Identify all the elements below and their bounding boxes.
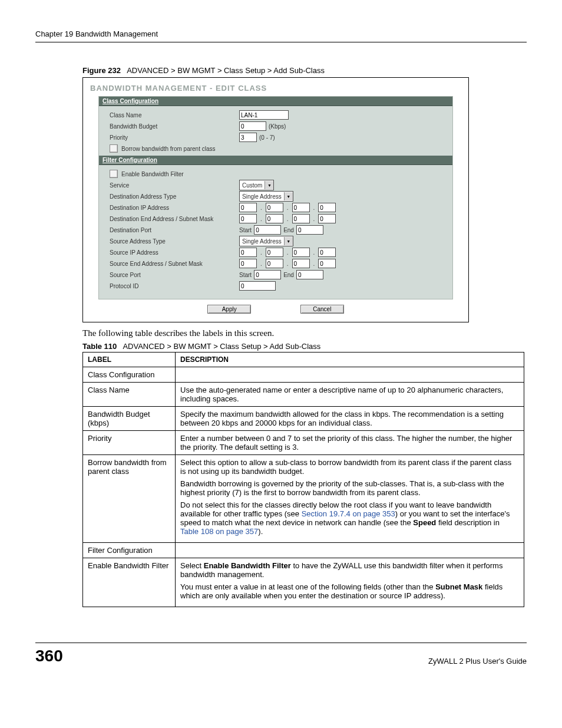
section-class-config: Class Configuration <box>99 97 452 106</box>
src-port-start-input[interactable] <box>254 270 281 279</box>
dest-end-input[interactable] <box>266 214 283 223</box>
port-start-label: Start <box>239 227 252 233</box>
class-name-label: Class Name <box>110 112 239 118</box>
dest-ip-input[interactable] <box>266 203 283 212</box>
port-end-label: End <box>283 227 294 233</box>
bw-budget-unit: (Kbps) <box>269 123 286 130</box>
src-ip-label: Source IP Address <box>110 249 239 256</box>
dest-addr-type-label: Destination Address Type <box>110 193 239 200</box>
chevron-down-icon: ▼ <box>265 181 273 189</box>
chevron-down-icon: ▼ <box>284 237 293 245</box>
table-row: Priority Enter a number between 0 and 7 … <box>83 431 524 455</box>
cancel-button[interactable]: Cancel <box>300 305 344 314</box>
priority-range: (0 - 7) <box>259 134 275 141</box>
dest-end-input[interactable] <box>292 214 310 223</box>
table-row: Bandwidth Budget (kbps) Specify the maxi… <box>83 407 524 431</box>
section-filter-config: Filter Configuration <box>99 156 452 165</box>
dest-port-end-input[interactable] <box>296 225 323 235</box>
table-caption: Table 110 ADVANCED > BW MGMT > Class Set… <box>82 342 527 351</box>
service-label: Service <box>110 182 239 189</box>
src-port-end-input[interactable] <box>296 270 323 279</box>
table-row: Borrow bandwidth from parent class Selec… <box>83 455 524 543</box>
borrow-label: Borrow bandwidth from parent class <box>121 146 216 152</box>
apply-button[interactable]: Apply <box>207 305 251 314</box>
table-row: Enable Bandwidth Filter Select Enable Ba… <box>83 558 524 607</box>
table-caption-text: ADVANCED > BW MGMT > Class Setup > Add S… <box>123 342 320 351</box>
figure-caption-text: ADVANCED > BW MGMT > Class Setup > Add S… <box>127 66 325 75</box>
src-end-input[interactable] <box>292 259 310 268</box>
src-end-input[interactable] <box>318 259 336 268</box>
dest-ip-label: Destination IP Address <box>110 205 239 211</box>
dest-port-label: Destination Port <box>110 227 239 233</box>
dest-end-input[interactable] <box>239 214 257 223</box>
description-table: LABEL DESCRIPTION Class Configuration Cl… <box>82 352 524 607</box>
page-footer: 360 ZyWALL 2 Plus User's Guide <box>35 643 527 666</box>
dest-ip-input[interactable] <box>292 203 310 212</box>
dest-end-input[interactable] <box>318 214 336 223</box>
enable-filter-checkbox[interactable] <box>110 170 118 178</box>
page-number: 360 <box>35 647 63 666</box>
src-ip-input[interactable] <box>266 248 283 257</box>
dest-ip-input[interactable] <box>318 203 336 212</box>
src-end-input[interactable] <box>239 259 257 268</box>
class-name-input[interactable] <box>239 110 289 120</box>
src-ip-input[interactable] <box>292 248 310 257</box>
figure-caption: Figure 232 ADVANCED > BW MGMT > Class Se… <box>82 66 515 75</box>
table-head-label: LABEL <box>83 353 176 367</box>
priority-input[interactable] <box>239 133 257 142</box>
screenshot-title: BANDWIDTH MANAGEMENT - EDIT CLASS <box>83 83 468 96</box>
chapter-title: Chapter 19 Bandwidth Management <box>35 29 158 38</box>
port-start-label: Start <box>239 272 252 278</box>
protocol-id-label: Protocol ID <box>110 283 239 289</box>
port-end-label: End <box>283 272 294 278</box>
protocol-id-input[interactable] <box>239 281 276 291</box>
src-ip-input[interactable] <box>318 248 336 257</box>
table-row: Class Configuration <box>83 367 524 383</box>
figure-label: Figure 232 <box>82 66 121 75</box>
priority-label: Priority <box>110 134 239 141</box>
table-row: Filter Configuration <box>83 543 524 558</box>
body-text: The following table describes the labels… <box>82 328 527 338</box>
src-addr-type-select[interactable]: Single Address ▼ <box>239 236 293 246</box>
guide-name: ZyWALL 2 Plus User's Guide <box>428 657 527 666</box>
table-row: Class Name Use the auto-generated name o… <box>83 383 524 407</box>
src-end-label: Source End Address / Subnet Mask <box>110 261 239 267</box>
dest-addr-type-select[interactable]: Single Address ▼ <box>239 191 293 202</box>
service-select[interactable]: Custom ▼ <box>239 180 274 190</box>
borrow-checkbox[interactable] <box>110 144 118 153</box>
enable-filter-label: Enable Bandwidth Filter <box>121 171 184 177</box>
src-addr-type-label: Source Address Type <box>110 238 239 245</box>
table-label: Table 110 <box>82 342 117 351</box>
chevron-down-icon: ▼ <box>284 192 293 200</box>
bw-budget-label: Bandwidth Budget <box>110 123 239 130</box>
src-ip-input[interactable] <box>239 248 257 257</box>
link-table[interactable]: Table 108 on page 357 <box>180 527 258 536</box>
dest-ip-input[interactable] <box>239 203 257 212</box>
src-end-input[interactable] <box>266 259 283 268</box>
table-head-desc: DESCRIPTION <box>176 353 524 367</box>
screenshot-panel: BANDWIDTH MANAGEMENT - EDIT CLASS Class … <box>82 77 469 322</box>
dest-port-start-input[interactable] <box>254 225 281 235</box>
bw-budget-input[interactable] <box>239 121 266 131</box>
dest-end-label: Destination End Address / Subnet Mask <box>110 216 239 222</box>
page-header: Chapter 19 Bandwidth Management <box>35 29 527 42</box>
link-section[interactable]: Section 19.7.4 on page 353 <box>302 509 395 518</box>
src-port-label: Source Port <box>110 272 239 278</box>
